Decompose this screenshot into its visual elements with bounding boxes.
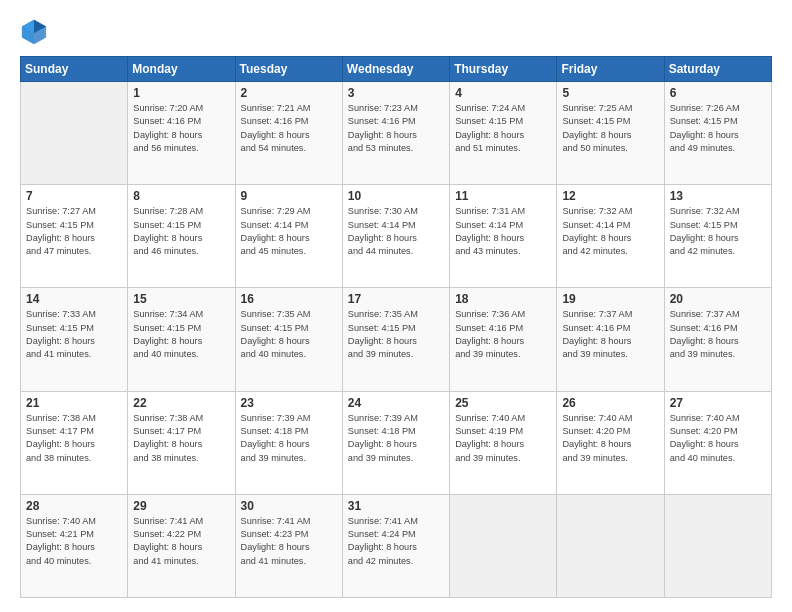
calendar-cell: 2Sunrise: 7:21 AMSunset: 4:16 PMDaylight…	[235, 82, 342, 185]
day-info: Sunrise: 7:40 AMSunset: 4:21 PMDaylight:…	[26, 515, 122, 568]
day-number: 12	[562, 189, 658, 203]
calendar-cell: 5Sunrise: 7:25 AMSunset: 4:15 PMDaylight…	[557, 82, 664, 185]
calendar-week-row: 28Sunrise: 7:40 AMSunset: 4:21 PMDayligh…	[21, 494, 772, 597]
calendar-cell: 10Sunrise: 7:30 AMSunset: 4:14 PMDayligh…	[342, 185, 449, 288]
calendar-cell	[664, 494, 771, 597]
day-info: Sunrise: 7:39 AMSunset: 4:18 PMDaylight:…	[241, 412, 337, 465]
calendar-week-row: 7Sunrise: 7:27 AMSunset: 4:15 PMDaylight…	[21, 185, 772, 288]
day-number: 15	[133, 292, 229, 306]
day-number: 14	[26, 292, 122, 306]
calendar-cell: 30Sunrise: 7:41 AMSunset: 4:23 PMDayligh…	[235, 494, 342, 597]
day-info: Sunrise: 7:34 AMSunset: 4:15 PMDaylight:…	[133, 308, 229, 361]
day-number: 13	[670, 189, 766, 203]
day-number: 2	[241, 86, 337, 100]
calendar-cell: 25Sunrise: 7:40 AMSunset: 4:19 PMDayligh…	[450, 391, 557, 494]
weekday-header: Friday	[557, 57, 664, 82]
calendar-cell: 12Sunrise: 7:32 AMSunset: 4:14 PMDayligh…	[557, 185, 664, 288]
day-number: 1	[133, 86, 229, 100]
day-info: Sunrise: 7:27 AMSunset: 4:15 PMDaylight:…	[26, 205, 122, 258]
calendar-cell: 23Sunrise: 7:39 AMSunset: 4:18 PMDayligh…	[235, 391, 342, 494]
day-number: 9	[241, 189, 337, 203]
day-info: Sunrise: 7:40 AMSunset: 4:19 PMDaylight:…	[455, 412, 551, 465]
day-number: 10	[348, 189, 444, 203]
day-info: Sunrise: 7:32 AMSunset: 4:15 PMDaylight:…	[670, 205, 766, 258]
calendar-cell: 19Sunrise: 7:37 AMSunset: 4:16 PMDayligh…	[557, 288, 664, 391]
day-info: Sunrise: 7:41 AMSunset: 4:24 PMDaylight:…	[348, 515, 444, 568]
calendar-cell: 26Sunrise: 7:40 AMSunset: 4:20 PMDayligh…	[557, 391, 664, 494]
day-info: Sunrise: 7:31 AMSunset: 4:14 PMDaylight:…	[455, 205, 551, 258]
day-info: Sunrise: 7:24 AMSunset: 4:15 PMDaylight:…	[455, 102, 551, 155]
day-number: 20	[670, 292, 766, 306]
day-number: 22	[133, 396, 229, 410]
day-number: 18	[455, 292, 551, 306]
day-info: Sunrise: 7:35 AMSunset: 4:15 PMDaylight:…	[348, 308, 444, 361]
day-info: Sunrise: 7:40 AMSunset: 4:20 PMDaylight:…	[670, 412, 766, 465]
calendar-cell	[450, 494, 557, 597]
logo	[20, 18, 52, 46]
calendar-cell: 17Sunrise: 7:35 AMSunset: 4:15 PMDayligh…	[342, 288, 449, 391]
calendar-cell: 20Sunrise: 7:37 AMSunset: 4:16 PMDayligh…	[664, 288, 771, 391]
calendar-cell: 11Sunrise: 7:31 AMSunset: 4:14 PMDayligh…	[450, 185, 557, 288]
day-info: Sunrise: 7:25 AMSunset: 4:15 PMDaylight:…	[562, 102, 658, 155]
day-number: 3	[348, 86, 444, 100]
day-info: Sunrise: 7:38 AMSunset: 4:17 PMDaylight:…	[133, 412, 229, 465]
calendar-cell: 13Sunrise: 7:32 AMSunset: 4:15 PMDayligh…	[664, 185, 771, 288]
day-number: 6	[670, 86, 766, 100]
day-info: Sunrise: 7:32 AMSunset: 4:14 PMDaylight:…	[562, 205, 658, 258]
calendar-cell: 22Sunrise: 7:38 AMSunset: 4:17 PMDayligh…	[128, 391, 235, 494]
calendar-cell: 8Sunrise: 7:28 AMSunset: 4:15 PMDaylight…	[128, 185, 235, 288]
day-info: Sunrise: 7:26 AMSunset: 4:15 PMDaylight:…	[670, 102, 766, 155]
day-number: 11	[455, 189, 551, 203]
day-number: 30	[241, 499, 337, 513]
calendar-cell	[557, 494, 664, 597]
calendar-cell: 29Sunrise: 7:41 AMSunset: 4:22 PMDayligh…	[128, 494, 235, 597]
calendar-cell: 28Sunrise: 7:40 AMSunset: 4:21 PMDayligh…	[21, 494, 128, 597]
day-info: Sunrise: 7:20 AMSunset: 4:16 PMDaylight:…	[133, 102, 229, 155]
day-info: Sunrise: 7:37 AMSunset: 4:16 PMDaylight:…	[670, 308, 766, 361]
day-info: Sunrise: 7:21 AMSunset: 4:16 PMDaylight:…	[241, 102, 337, 155]
calendar-cell: 6Sunrise: 7:26 AMSunset: 4:15 PMDaylight…	[664, 82, 771, 185]
day-number: 28	[26, 499, 122, 513]
weekday-header: Wednesday	[342, 57, 449, 82]
calendar-cell: 4Sunrise: 7:24 AMSunset: 4:15 PMDaylight…	[450, 82, 557, 185]
day-info: Sunrise: 7:39 AMSunset: 4:18 PMDaylight:…	[348, 412, 444, 465]
page: SundayMondayTuesdayWednesdayThursdayFrid…	[0, 0, 792, 612]
day-info: Sunrise: 7:38 AMSunset: 4:17 PMDaylight:…	[26, 412, 122, 465]
day-info: Sunrise: 7:35 AMSunset: 4:15 PMDaylight:…	[241, 308, 337, 361]
day-info: Sunrise: 7:23 AMSunset: 4:16 PMDaylight:…	[348, 102, 444, 155]
day-number: 4	[455, 86, 551, 100]
logo-icon	[20, 18, 48, 46]
calendar-cell: 15Sunrise: 7:34 AMSunset: 4:15 PMDayligh…	[128, 288, 235, 391]
day-info: Sunrise: 7:30 AMSunset: 4:14 PMDaylight:…	[348, 205, 444, 258]
day-number: 23	[241, 396, 337, 410]
day-info: Sunrise: 7:41 AMSunset: 4:23 PMDaylight:…	[241, 515, 337, 568]
calendar-cell: 31Sunrise: 7:41 AMSunset: 4:24 PMDayligh…	[342, 494, 449, 597]
calendar-cell: 16Sunrise: 7:35 AMSunset: 4:15 PMDayligh…	[235, 288, 342, 391]
weekday-header: Thursday	[450, 57, 557, 82]
day-info: Sunrise: 7:33 AMSunset: 4:15 PMDaylight:…	[26, 308, 122, 361]
day-number: 19	[562, 292, 658, 306]
day-number: 29	[133, 499, 229, 513]
calendar-cell	[21, 82, 128, 185]
day-number: 8	[133, 189, 229, 203]
calendar-table: SundayMondayTuesdayWednesdayThursdayFrid…	[20, 56, 772, 598]
day-info: Sunrise: 7:41 AMSunset: 4:22 PMDaylight:…	[133, 515, 229, 568]
calendar-cell: 9Sunrise: 7:29 AMSunset: 4:14 PMDaylight…	[235, 185, 342, 288]
calendar-cell: 14Sunrise: 7:33 AMSunset: 4:15 PMDayligh…	[21, 288, 128, 391]
calendar-week-row: 1Sunrise: 7:20 AMSunset: 4:16 PMDaylight…	[21, 82, 772, 185]
day-number: 24	[348, 396, 444, 410]
day-info: Sunrise: 7:37 AMSunset: 4:16 PMDaylight:…	[562, 308, 658, 361]
weekday-header: Monday	[128, 57, 235, 82]
calendar-cell: 1Sunrise: 7:20 AMSunset: 4:16 PMDaylight…	[128, 82, 235, 185]
day-info: Sunrise: 7:29 AMSunset: 4:14 PMDaylight:…	[241, 205, 337, 258]
calendar-cell: 18Sunrise: 7:36 AMSunset: 4:16 PMDayligh…	[450, 288, 557, 391]
weekday-header: Tuesday	[235, 57, 342, 82]
day-number: 27	[670, 396, 766, 410]
day-info: Sunrise: 7:40 AMSunset: 4:20 PMDaylight:…	[562, 412, 658, 465]
weekday-header: Saturday	[664, 57, 771, 82]
day-info: Sunrise: 7:36 AMSunset: 4:16 PMDaylight:…	[455, 308, 551, 361]
day-number: 7	[26, 189, 122, 203]
day-number: 5	[562, 86, 658, 100]
day-number: 17	[348, 292, 444, 306]
calendar-week-row: 14Sunrise: 7:33 AMSunset: 4:15 PMDayligh…	[21, 288, 772, 391]
